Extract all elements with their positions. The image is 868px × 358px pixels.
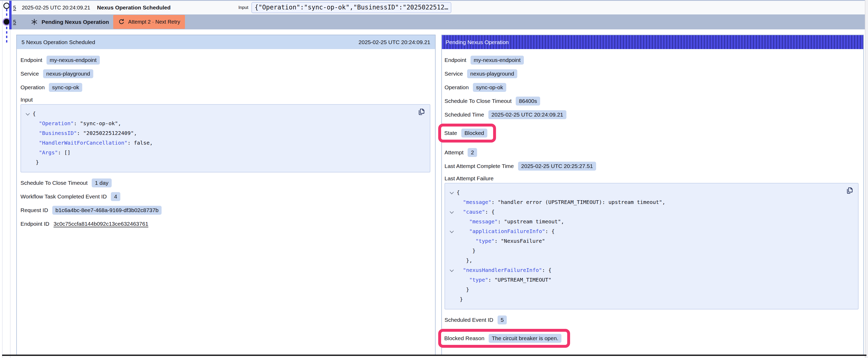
copy-icon xyxy=(417,108,426,116)
event-input-preview-chip[interactable]: {"Operation":"sync-op-ok","BusinessID":"… xyxy=(251,2,451,13)
code-line: "Args": [] xyxy=(24,148,426,158)
event-row-nexus-operation-scheduled[interactable]: 5 2025-02-25 UTC 20:24:09.21 Nexus Opera… xyxy=(11,1,865,14)
field-label: Service xyxy=(21,71,39,77)
timeline-dashed-connector xyxy=(6,9,7,43)
json-key: "Operation" xyxy=(39,120,73,127)
json-key: "applicationFailureInfo" xyxy=(469,228,545,234)
field-value-link[interactable]: 3c0c75ccfa8144b092c13ce632463761 xyxy=(54,221,149,227)
code-text: "message": "upstream timeout", xyxy=(457,217,564,227)
code-text: "BusinessID": "20250225122409", xyxy=(33,128,137,138)
field-label: Scheduled Event ID xyxy=(444,317,493,323)
json-token: : [] xyxy=(58,149,70,156)
field-row-last-attempt-failure: Last Attempt Failure xyxy=(444,174,859,183)
chevron-down-icon[interactable] xyxy=(450,230,454,233)
event-id-link[interactable]: 5 xyxy=(13,5,16,11)
pending-operation-header-title: Pending Nexus Operation xyxy=(445,39,509,45)
field-value-pill: my-nexus-endpoint xyxy=(46,56,100,65)
field-row-workflow-task-completed-event-id: Workflow Task Completed Event ID4 xyxy=(21,191,431,202)
code-text: "Args": [] xyxy=(33,148,70,158)
field-row-service: Servicenexus-playground xyxy=(444,68,859,79)
chevron-down-icon[interactable] xyxy=(450,268,454,272)
copy-button[interactable] xyxy=(845,186,854,196)
code-gutter xyxy=(24,119,33,128)
json-key: "nexusHandlerFailureInfo" xyxy=(463,267,542,273)
retry-icon xyxy=(118,19,125,26)
json-token: : "sync-op-ok", xyxy=(73,120,121,127)
history-rows: 5 2025-02-25 UTC 20:24:09.21 Nexus Opera… xyxy=(11,1,865,29)
field-label: Schedule To Close Timeout xyxy=(21,180,88,186)
json-token: : "20250225122409", xyxy=(77,130,137,136)
field-value-pill: b1c6a4bc-8ee7-468a-9169-df3b02c8737b xyxy=(52,206,161,215)
copy-button[interactable] xyxy=(417,107,426,117)
json-token: : false, xyxy=(127,140,153,146)
right-panel-fields: Endpointmy-nexus-endpointServicenexus-pl… xyxy=(442,49,863,353)
scrollbar-gutter[interactable] xyxy=(865,0,868,358)
event-input-label: Input xyxy=(238,5,248,10)
json-token: } xyxy=(472,248,475,254)
code-gutter xyxy=(448,188,457,197)
copy-icon xyxy=(845,186,854,195)
pending-nexus-operation-row[interactable]: 5 Pending Nexus Operation Attempt 2 · Ne… xyxy=(11,14,865,29)
code-gutter xyxy=(448,197,457,207)
code-gutter xyxy=(24,138,33,148)
json-key: "type" xyxy=(475,238,494,244)
json-code-block: {"message": "handler error (UPSTREAM_TIM… xyxy=(444,183,859,310)
code-text: "HandlerWaitForCancellation": false, xyxy=(33,138,153,148)
code-line: "message": "upstream timeout", xyxy=(448,217,854,227)
json-key: "HandlerWaitForCancellation" xyxy=(39,140,127,146)
code-line: } xyxy=(24,158,426,167)
field-label: Service xyxy=(444,71,463,77)
event-title: Nexus Operation Scheduled xyxy=(97,4,170,11)
field-label: Input xyxy=(21,97,33,103)
open-circle-icon xyxy=(3,3,10,9)
top-divider xyxy=(0,0,868,1)
code-text: "applicationFailureInfo": { xyxy=(457,227,555,236)
field-label: Attempt xyxy=(444,149,463,156)
json-token: { xyxy=(33,110,36,117)
code-line: "type": "NexusFailure" xyxy=(448,236,854,246)
code-text: "type": "UPSTREAM_TIMEOUT" xyxy=(457,275,552,285)
code-gutter xyxy=(448,275,457,285)
filled-circle-icon xyxy=(4,19,9,25)
field-value-pill: Blocked xyxy=(461,129,487,137)
chevron-down-icon[interactable] xyxy=(450,210,454,214)
code-gutter xyxy=(24,109,33,119)
code-line: { xyxy=(448,188,854,197)
field-label: Endpoint xyxy=(21,57,42,63)
code-gutter xyxy=(448,236,457,246)
code-text: { xyxy=(457,188,460,197)
retry-badge-label: Attempt 2 · Next Retry xyxy=(128,19,180,25)
code-text: "nexusHandlerFailureInfo": { xyxy=(457,265,552,275)
field-row-endpoint-id: Endpoint ID3c0c75ccfa8144b092c13ce632463… xyxy=(21,219,431,229)
field-value-pill: 2025-02-25 UTC 20:25:27.51 xyxy=(518,162,596,171)
code-line: } xyxy=(448,285,854,294)
field-row-endpoint: Endpointmy-nexus-endpoint xyxy=(444,55,859,65)
code-text: "type": "NexusFailure" xyxy=(457,236,545,246)
event-id-link[interactable]: 5 xyxy=(13,19,16,25)
field-value-pill: 86400s xyxy=(516,97,540,105)
field-value-pill: sync-op-ok xyxy=(473,83,506,92)
json-token: } xyxy=(460,296,463,302)
event-history-screen: 5 2025-02-25 UTC 20:24:09.21 Nexus Opera… xyxy=(0,0,868,358)
chevron-down-icon[interactable] xyxy=(450,191,454,194)
field-row-schedule-to-close-timeout: Schedule To Close Timeout1 day xyxy=(21,178,431,188)
code-line: "applicationFailureInfo": { xyxy=(448,227,854,236)
field-label: Workflow Task Completed Event ID xyxy=(21,193,107,200)
code-gutter xyxy=(448,246,457,256)
pending-operation-panel: Pending Nexus Operation Endpointmy-nexus… xyxy=(441,35,864,355)
field-row-last-attempt-complete-time: Last Attempt Complete Time2025-02-25 UTC… xyxy=(444,161,859,171)
pending-operation-header: Pending Nexus Operation xyxy=(442,35,863,49)
field-row-input: Input xyxy=(21,96,431,104)
field-row-endpoint: Endpointmy-nexus-endpoint xyxy=(21,55,431,65)
json-token: : "UPSTREAM_TIMEOUT" xyxy=(488,276,552,283)
chevron-down-icon[interactable] xyxy=(26,112,29,116)
field-value-pill: 2 xyxy=(468,148,477,157)
timeline-guide-line xyxy=(10,0,10,358)
json-token: } xyxy=(36,159,39,165)
retry-attempt-badge: Attempt 2 · Next Retry xyxy=(113,15,185,29)
field-value-pill: 4 xyxy=(111,192,120,201)
json-token: : "NexusFailure" xyxy=(494,238,545,244)
field-value-pill: 5 xyxy=(498,316,507,324)
event-details-title: 5 Nexus Operation Scheduled xyxy=(22,39,95,45)
field-row-scheduled-time: Scheduled Time2025-02-25 UTC 20:24:09.21 xyxy=(444,109,859,120)
